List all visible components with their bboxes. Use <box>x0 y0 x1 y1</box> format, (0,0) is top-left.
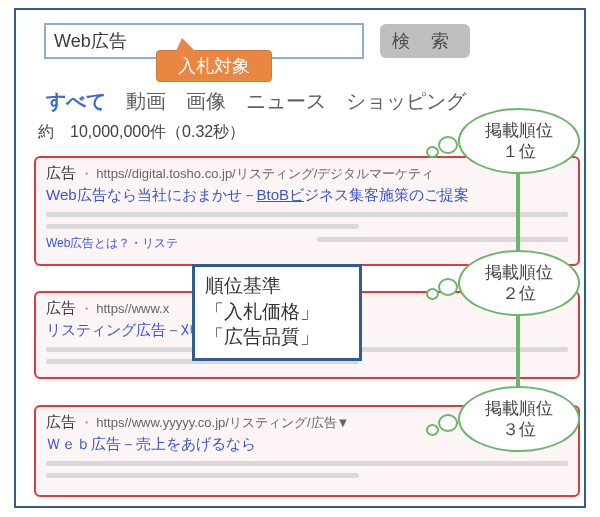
rank-bubble-1: 掲載順位 １位 <box>458 108 580 174</box>
ad-result-1: 広告 ・ https//digital.tosho.co.jp/リスティング/デ… <box>34 156 580 266</box>
tab-image[interactable]: 画像 <box>186 88 226 115</box>
tab-video[interactable]: 動画 <box>126 88 166 115</box>
rank-bubble-3: 掲載順位 ３位 <box>458 386 580 452</box>
ad-url: https//www.x <box>96 301 169 316</box>
ad-tag: 広告 <box>46 164 76 181</box>
search-button[interactable]: 検 索 <box>380 24 470 58</box>
ad-tag: 広告 <box>46 299 76 316</box>
criteria-line: 「入札価格」 <box>205 299 349 325</box>
ad-url: https//digital.tosho.co.jp/リスティング/デジタルマー… <box>96 166 434 181</box>
placeholder-line <box>46 461 568 466</box>
ad-sublink[interactable]: Web広告とは？・リステ <box>46 235 178 252</box>
ad-sublinks: Web広告とは？・リステ <box>46 235 568 252</box>
ad-title[interactable]: Web広告なら当社におまかせ－BtoBビジネス集客施策のご提案 <box>46 186 568 205</box>
diagram-frame: Web広告 検 索 入札対象 すべて 動画 画像 ニュース ショッピング 約 1… <box>14 8 586 508</box>
ad-url: https//www.yyyyy.co.jp/リスティング/広告▼ <box>96 415 349 430</box>
tab-news[interactable]: ニュース <box>246 88 326 115</box>
results-count: 約 10,000,000件（0.32秒） <box>38 122 245 143</box>
criteria-line: 「広告品質」 <box>205 324 349 350</box>
ranking-criteria-box: 順位基準 「入札価格」 「広告品質」 <box>192 264 362 361</box>
ad-tag: 広告 <box>46 413 76 430</box>
placeholder-line <box>317 237 568 242</box>
tab-shopping[interactable]: ショッピング <box>346 88 466 115</box>
placeholder-line <box>46 212 568 217</box>
tab-all[interactable]: すべて <box>46 88 106 115</box>
placeholder-line <box>46 473 359 478</box>
criteria-heading: 順位基準 <box>205 273 349 299</box>
callout-bid-target: 入札対象 <box>156 50 272 82</box>
rank-bubble-2: 掲載順位 ２位 <box>458 250 580 316</box>
placeholder-line <box>46 224 359 229</box>
search-tabs: すべて 動画 画像 ニュース ショッピング <box>46 88 466 115</box>
